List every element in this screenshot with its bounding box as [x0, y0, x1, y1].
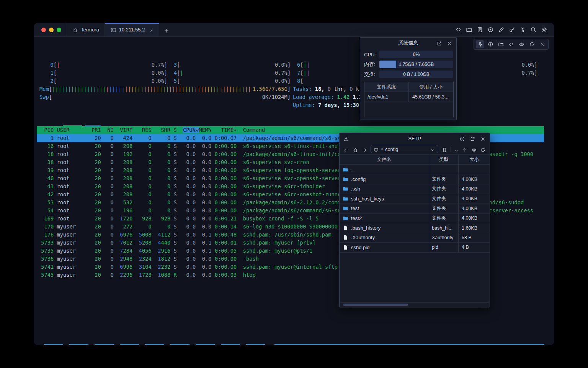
folder-icon[interactable]	[466, 26, 472, 33]
toolbar-button-folder[interactable]	[497, 40, 505, 48]
folder-icon[interactable]	[343, 167, 348, 172]
toolbar-button-close[interactable]	[538, 40, 546, 48]
htop-function-key-bar: F1Help F2Setup F3SearchF4FilterF5Tree F6…	[37, 344, 544, 345]
fkey-action-filter[interactable]: Filter	[120, 344, 139, 345]
terminal-icon	[111, 27, 116, 33]
pin-icon[interactable]	[477, 41, 483, 47]
memory-meter: Mem[||||||||||||||||||||||||||||||||||||…	[39, 85, 291, 93]
close-icon[interactable]	[539, 41, 545, 47]
filesystem-table: 文件系统 使用 / 大小 /dev/vda1 45.61GB / 58.3...	[364, 82, 454, 117]
file-row-..[interactable]: ..	[340, 165, 490, 174]
minimize-window-button[interactable]	[49, 28, 54, 32]
file-icon[interactable]	[343, 245, 348, 250]
search-icon[interactable]	[530, 26, 537, 33]
help-icon[interactable]	[459, 136, 465, 141]
fkey-action-tree[interactable]: Tree	[145, 344, 164, 345]
file-row-test2[interactable]: test2文件夹4.00KB	[340, 214, 490, 223]
code-icon[interactable]	[455, 26, 462, 33]
new-tab-button[interactable]	[159, 23, 174, 36]
col-filename[interactable]: 文件名	[340, 155, 429, 164]
path-breadcrumb[interactable]: > config	[371, 145, 438, 153]
back-icon[interactable]	[343, 146, 349, 152]
col-type[interactable]: 类型	[429, 155, 459, 164]
doc-icon[interactable]	[477, 26, 483, 33]
fkey-F2[interactable]: F2	[63, 344, 69, 345]
toolbar-button-eye[interactable]	[517, 40, 526, 48]
parent-directory-icon[interactable]	[462, 146, 468, 152]
toolbar-button-code[interactable]	[507, 40, 515, 48]
fkey-F10[interactable]: F10	[265, 344, 274, 345]
pencil-icon[interactable]	[498, 26, 505, 33]
fkey-F4[interactable]: F4	[114, 344, 120, 345]
fkey-action-sortby[interactable]: SortBy	[170, 344, 189, 345]
file-icon[interactable]	[343, 225, 348, 231]
fkey-action-setup[interactable]: Setup	[69, 344, 88, 345]
fkey-F6[interactable]: F6	[164, 344, 170, 345]
htop-uptime-line: Uptime: 7 days, 15:30:12	[293, 101, 369, 109]
refresh-icon[interactable]	[480, 146, 486, 152]
col-size[interactable]: 大小	[459, 156, 490, 163]
forward-icon[interactable]	[361, 146, 367, 152]
close-window-button[interactable]	[41, 28, 46, 32]
file-row-test[interactable]: test文件夹4.00KB	[340, 204, 490, 214]
home-dir-icon[interactable]	[353, 146, 358, 152]
sftp-file-list[interactable]: ...config文件夹4.00KB.ssh文件夹4.00KBssh_host_…	[340, 165, 490, 253]
fkey-F9[interactable]: F9	[240, 344, 246, 345]
file-row-sshd.pid[interactable]: sshd.pidpid4 B	[340, 243, 490, 252]
fkey-action-nice-[interactable]: Nice +	[221, 344, 240, 345]
key-icon[interactable]	[509, 26, 515, 33]
chevron-down-icon[interactable]	[430, 147, 435, 152]
file-row-.config[interactable]: .config文件夹4.00KB	[340, 174, 490, 184]
refresh-icon[interactable]	[529, 41, 535, 47]
fkey-action-quit[interactable]: Quit	[274, 344, 544, 345]
record-icon[interactable]	[487, 26, 494, 33]
fkey-F1[interactable]: F1	[38, 344, 44, 345]
close-tab-icon[interactable]	[149, 28, 154, 32]
fkey-F7[interactable]: F7	[189, 344, 196, 345]
file-icon[interactable]	[343, 235, 348, 240]
bookmark-icon[interactable]	[442, 146, 448, 152]
close-panel-icon[interactable]	[480, 136, 486, 141]
fkey-action-kill[interactable]: Kill	[246, 344, 265, 345]
zoom-window-button[interactable]	[57, 28, 61, 32]
cpu-meter-1: 1[0.0%]	[44, 69, 167, 77]
file-row-.Xauthority[interactable]: .XauthorityXauthority58 B	[340, 233, 490, 243]
fkey-F3[interactable]: F3	[88, 344, 95, 345]
tab-termora-home[interactable]: Termora	[67, 23, 105, 36]
toolbar-button-refresh[interactable]	[528, 40, 536, 48]
bookmark-menu-icon[interactable]	[454, 147, 459, 151]
tab-bar: Termora 10.211.55.2	[34, 23, 554, 37]
current-directory: config	[385, 146, 399, 152]
sysinfo-meter-1: 内存:1.75GB / 7.65GB	[364, 61, 453, 68]
folder-icon[interactable]	[343, 205, 348, 211]
close-panel-icon[interactable]	[447, 40, 452, 46]
horizontal-scrollbar[interactable]	[340, 302, 489, 306]
show-hidden-icon[interactable]	[471, 146, 477, 152]
folder-icon[interactable]	[343, 196, 348, 202]
file-row-ssh_host_keys[interactable]: ssh_host_keys文件夹4.00KB	[340, 194, 490, 204]
toolbar-button-info[interactable]	[486, 40, 495, 48]
fkey-F5[interactable]: F5	[139, 344, 145, 345]
system-info-panel: 系统信息 CPU:0%内存:1.75GB / 7.65GB交换:0 B / 1.…	[360, 37, 457, 120]
folder-icon[interactable]	[498, 41, 504, 47]
toolbar-button-pin[interactable]	[476, 40, 484, 48]
folder-icon[interactable]	[343, 186, 348, 192]
gear-icon[interactable]	[541, 26, 547, 33]
scrollbar-thumb[interactable]	[343, 304, 408, 306]
fkey-action-search[interactable]: Search	[95, 344, 113, 345]
sftp-table-header[interactable]: 文件名 类型 大小	[340, 154, 490, 165]
key2-icon[interactable]	[519, 26, 526, 33]
info-icon[interactable]	[488, 41, 493, 47]
folder-icon[interactable]	[343, 215, 348, 221]
open-in-window-icon[interactable]	[470, 136, 475, 141]
fkey-action-nice-[interactable]: Nice -	[196, 344, 214, 345]
code-icon[interactable]	[508, 41, 514, 47]
fkey-F8[interactable]: F8	[215, 344, 221, 345]
fkey-action-help[interactable]: Help	[44, 344, 63, 345]
eye-icon[interactable]	[519, 41, 524, 47]
file-row-.bash_history[interactable]: .bash_historybash_hi...1.60KB	[340, 223, 490, 233]
tab-ssh-session[interactable]: 10.211.55.2	[105, 23, 160, 36]
file-row-.ssh[interactable]: .ssh文件夹4.00KB	[340, 184, 490, 194]
open-in-window-icon[interactable]	[436, 40, 442, 46]
folder-icon[interactable]	[343, 176, 348, 182]
